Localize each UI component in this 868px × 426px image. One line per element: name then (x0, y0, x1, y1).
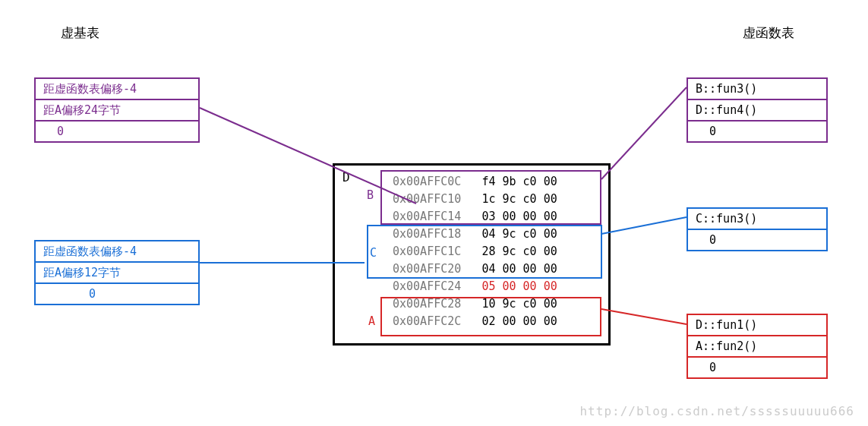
memory-row: 0x00AFFC18 04 9c c0 00 (393, 226, 557, 243)
vf-purple-r1: B::fun3() (687, 78, 827, 99)
memory-row: 0x00AFFC2C 02 00 00 00 (393, 313, 557, 330)
memory-row: 0x00AFFC1C 28 9c c0 00 (393, 243, 557, 260)
vb-purple-row3: 0 (35, 121, 199, 142)
memory-addr: 0x00AFFC14 (393, 210, 461, 223)
vf-table-purple: B::fun3() D::fun4() 0 (687, 77, 828, 143)
vb-blue-row1: 距虚函数表偏移-4 (35, 241, 199, 262)
memory-addr: 0x00AFFC18 (393, 227, 461, 241)
vf-table-blue: C::fun3() 0 (687, 207, 828, 251)
vf-blue-r1: C::fun3() (687, 208, 827, 229)
svg-line-4 (601, 309, 687, 324)
vf-red-r3: 0 (687, 357, 827, 378)
memory-addr: 0x00AFFC20 (393, 262, 461, 276)
svg-line-1 (601, 87, 687, 179)
sub-label-b: B (367, 188, 374, 202)
memory-bytes: 03 00 00 00 (461, 210, 557, 223)
memory-row: 0x00AFFC10 1c 9c c0 00 (393, 191, 557, 208)
vb-purple-row1: 距虚函数表偏移-4 (35, 78, 199, 99)
memory-row: 0x00AFFC0C f4 9b c0 00 (393, 173, 557, 191)
vb-blue-row2: 距A偏移12字节 (35, 262, 199, 283)
memory-row: 0x00AFFC20 04 00 00 00 (393, 260, 557, 278)
memory-addr: 0x00AFFC0C (393, 175, 461, 188)
vf-purple-r2: D::fun4() (687, 99, 827, 121)
memory-row: 0x00AFFC14 03 00 00 00 (393, 208, 557, 226)
vb-table-blue: 距虚函数表偏移-4 距A偏移12字节 0 (34, 240, 200, 305)
watermark: http://blog.csdn.net/sssssuuuuu666 (579, 404, 854, 418)
vf-table-red: D::fun1() A::fun2() 0 (687, 314, 828, 379)
heading-vb-table: 虚基表 (61, 24, 99, 42)
memory-bytes: 10 9c c0 00 (461, 297, 557, 311)
vf-red-r1: D::fun1() (687, 314, 827, 336)
memory-label-d: D (342, 170, 350, 185)
memory-bytes: 02 00 00 00 (461, 314, 557, 328)
memory-addr: 0x00AFFC10 (393, 192, 461, 206)
memory-bytes: 28 9c c0 00 (461, 245, 557, 258)
memory-bytes: 04 00 00 00 (461, 262, 557, 276)
heading-vf-table: 虚函数表 (743, 24, 794, 42)
vb-blue-row3: 0 (35, 283, 199, 305)
memory-bytes: 04 9c c0 00 (461, 227, 557, 241)
vf-purple-r3: 0 (687, 121, 827, 142)
memory-row: 0x00AFFC28 10 9c c0 00 (393, 295, 557, 313)
memory-addr: 0x00AFFC28 (393, 297, 461, 311)
memory-addr: 0x00AFFC1C (393, 245, 461, 258)
memory-bytes: 05 00 00 00 (461, 279, 557, 293)
sub-label-c: C (370, 246, 377, 260)
svg-line-3 (601, 217, 687, 234)
memory-rows: 0x00AFFC0C f4 9b c0 000x00AFFC10 1c 9c c… (393, 173, 557, 330)
memory-row: 0x00AFFC24 05 00 00 00 (393, 278, 557, 295)
vf-blue-r2: 0 (687, 229, 827, 251)
memory-addr: 0x00AFFC2C (393, 314, 461, 328)
memory-bytes: f4 9b c0 00 (461, 175, 557, 188)
memory-block: D 0x00AFFC0C f4 9b c0 000x00AFFC10 1c 9c… (333, 163, 611, 346)
sub-label-a: A (368, 314, 375, 328)
vb-purple-row2: 距A偏移24字节 (35, 99, 199, 121)
vf-red-r2: A::fun2() (687, 336, 827, 357)
memory-bytes: 1c 9c c0 00 (461, 192, 557, 206)
vb-table-purple: 距虚函数表偏移-4 距A偏移24字节 0 (34, 77, 200, 143)
memory-addr: 0x00AFFC24 (393, 279, 461, 293)
